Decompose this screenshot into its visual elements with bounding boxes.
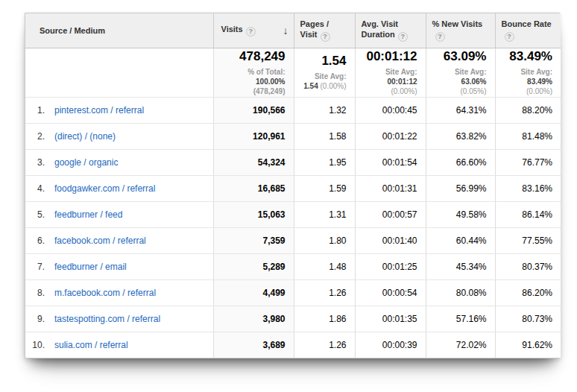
avg-duration-cell: 00:00:54 — [355, 279, 426, 306]
new-visits-cell: 63.82% — [426, 123, 495, 149]
new-visits-cell: 64.31% — [426, 97, 495, 123]
summary-avg-visit-duration: 00:01:12 Site Avg: 00:01:12 (0.00%) — [355, 48, 426, 97]
avg-duration-cell: 00:01:35 — [355, 306, 426, 332]
table-row: 6.facebook.com / referral 7,359 1.80 00:… — [25, 227, 561, 253]
table-row: 4.foodgawker.com / referral 16,685 1.59 … — [25, 175, 561, 201]
summary-new-visits: 63.09% Site Avg: 63.06% (0.05%) — [426, 48, 495, 97]
source-link[interactable]: m.facebook.com / referral — [54, 288, 156, 298]
source-cell: 2.(direct) / (none) — [25, 123, 213, 149]
new-visits-cell: 57.16% — [426, 306, 495, 332]
avg-duration-cell: 00:01:25 — [355, 253, 426, 279]
new-visits-cell: 45.34% — [426, 253, 495, 279]
avg-duration-cell: 00:01:54 — [355, 149, 426, 175]
pages-visit-cell: 1.58 — [294, 123, 355, 149]
new-visits-cell: 56.99% — [426, 175, 495, 201]
traffic-sources-table: Source / Medium Visits? ↓ Pages / Visit?… — [25, 13, 561, 358]
row-index: 9. — [25, 314, 45, 324]
column-header-bounce-rate[interactable]: Bounce Rate ? — [495, 13, 561, 48]
row-index: 8. — [25, 288, 45, 298]
table-row: 1.pinterest.com / referral 190,566 1.32 … — [25, 97, 561, 123]
pages-visit-cell: 1.80 — [294, 227, 355, 253]
new-visits-cell: 80.08% — [426, 279, 495, 306]
table-row: 2.(direct) / (none) 120,961 1.58 00:01:2… — [25, 123, 561, 149]
source-cell: 4.foodgawker.com / referral — [25, 175, 213, 201]
column-header-visits[interactable]: Visits? ↓ — [213, 13, 294, 48]
analytics-report-canvas: Source / Medium Visits? ↓ Pages / Visit?… — [0, 0, 577, 392]
source-link[interactable]: (direct) / (none) — [54, 131, 116, 142]
summary-empty-cell — [25, 48, 213, 97]
source-cell: 1.pinterest.com / referral — [25, 97, 213, 123]
avg-duration-cell: 00:01:22 — [355, 123, 426, 149]
source-link[interactable]: google / organic — [54, 157, 118, 168]
column-label: Bounce Rate — [502, 19, 555, 29]
source-cell: 7.feedburner / email — [25, 253, 213, 279]
header-row: Source / Medium Visits? ↓ Pages / Visit?… — [25, 13, 561, 48]
sort-descending-icon[interactable]: ↓ — [283, 25, 288, 36]
new-visits-cell: 66.60% — [426, 149, 495, 175]
row-index: 5. — [25, 209, 45, 220]
source-cell: 3.google / organic — [25, 149, 213, 175]
source-link[interactable]: feedburner / email — [54, 262, 127, 272]
visits-cell: 120,961 — [213, 123, 294, 149]
bounce-rate-cell: 91.62% — [495, 332, 561, 358]
summary-row: 478,249 % of Total: 100.00% (478,249) 1.… — [25, 48, 561, 97]
summary-bounce-rate: 83.49% Site Avg: 83.49% (0.00%) — [495, 48, 561, 97]
visits-cell: 4,499 — [213, 279, 294, 306]
source-link[interactable]: facebook.com / referral — [54, 235, 146, 246]
column-header-pages-visit[interactable]: Pages / Visit? — [294, 13, 355, 48]
source-link[interactable]: pinterest.com / referral — [54, 105, 144, 116]
new-visits-cell: 72.02% — [426, 332, 495, 358]
help-icon[interactable]: ? — [246, 27, 256, 37]
help-icon[interactable]: ? — [505, 32, 514, 42]
column-label: Avg. Visit — [362, 19, 420, 29]
source-medium-table: Source / Medium Visits? ↓ Pages / Visit?… — [25, 13, 560, 358]
visits-cell: 16,685 — [213, 175, 294, 201]
summary-visits: 478,249 % of Total: 100.00% (478,249) — [213, 48, 294, 97]
bounce-rate-cell: 80.37% — [495, 253, 561, 279]
summary-value: 00:01:12 — [364, 49, 417, 64]
pages-visit-cell: 1.31 — [294, 201, 355, 227]
column-label: Source / Medium — [40, 26, 105, 35]
visits-cell: 7,359 — [213, 227, 294, 253]
avg-duration-cell: 00:00:45 — [355, 97, 426, 123]
table-row: 9.tastespotting.com / referral 3,980 1.8… — [25, 306, 561, 332]
avg-duration-cell: 00:00:39 — [355, 332, 426, 358]
visits-cell: 54,324 — [213, 149, 294, 175]
row-index: 10. — [25, 340, 45, 350]
source-link[interactable]: tastespotting.com / referral — [54, 314, 160, 324]
pages-visit-cell: 1.26 — [294, 332, 355, 358]
summary-value: 63.09% — [435, 49, 487, 64]
avg-duration-cell: 00:01:40 — [355, 227, 426, 253]
pages-visit-cell: 1.48 — [294, 253, 355, 279]
avg-duration-cell: 00:00:57 — [355, 201, 426, 227]
help-icon[interactable]: ? — [321, 32, 330, 42]
source-link[interactable]: sulia.com / referral — [54, 340, 128, 350]
visits-cell: 3,980 — [213, 306, 294, 332]
source-link[interactable]: feedburner / feed — [54, 209, 122, 220]
help-icon[interactable]: ? — [398, 32, 408, 42]
column-header-new-visits[interactable]: % New Visits ? — [426, 13, 495, 48]
row-index: 4. — [25, 183, 45, 194]
new-visits-cell: 60.44% — [426, 227, 495, 253]
summary-pages-visit: 1.54 Site Avg: 1.54 (0.00%) — [294, 48, 355, 97]
pages-visit-cell: 1.86 — [294, 306, 355, 332]
column-header-source-medium[interactable]: Source / Medium — [25, 13, 213, 48]
row-index: 7. — [25, 262, 45, 272]
new-visits-cell: 49.58% — [426, 201, 495, 227]
column-label: % New Visits — [432, 19, 489, 29]
bounce-rate-cell: 80.73% — [495, 306, 561, 332]
row-index: 3. — [25, 157, 45, 168]
pages-visit-cell: 1.32 — [294, 97, 355, 123]
source-cell: 10.sulia.com / referral — [25, 332, 213, 358]
column-label: Visits — [221, 25, 243, 34]
source-link[interactable]: foodgawker.com / referral — [54, 183, 155, 194]
help-icon[interactable]: ? — [435, 32, 445, 42]
visits-cell: 3,689 — [213, 332, 294, 358]
visits-cell: 190,566 — [213, 97, 294, 123]
summary-value: 1.54 — [303, 54, 347, 69]
row-index: 6. — [25, 235, 45, 246]
table-row: 5.feedburner / feed 15,063 1.31 00:00:57… — [25, 201, 561, 227]
bounce-rate-cell: 88.20% — [495, 97, 561, 123]
pages-visit-cell: 1.59 — [294, 175, 355, 201]
column-header-avg-visit-duration[interactable]: Avg. Visit Duration? — [355, 13, 426, 48]
